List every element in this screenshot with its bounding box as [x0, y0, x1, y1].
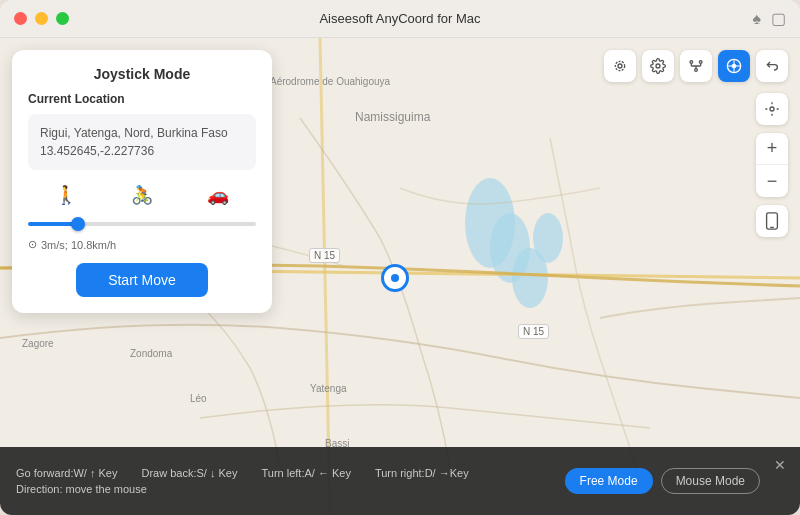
- marker-ring: [381, 264, 409, 292]
- close-bottom-bar-button[interactable]: ✕: [774, 457, 786, 473]
- titlebar: Aiseesoft AnyCoord for Mac ♠ ▢: [0, 0, 800, 38]
- map-label-aerodrome: Aérodrome de Ouahigouya: [270, 76, 390, 87]
- walk-mode-button[interactable]: 🚶: [55, 184, 77, 206]
- zoom-controls: + −: [756, 133, 788, 197]
- location-marker: [381, 264, 409, 292]
- instructions-row-2: Direction: move the mouse: [16, 483, 565, 495]
- settings-toolbar-button[interactable]: [642, 50, 674, 82]
- panel-subtitle: Current Location: [28, 92, 256, 106]
- speed-slider-container: [28, 212, 256, 230]
- pin-toolbar-button[interactable]: [604, 50, 636, 82]
- maximize-button[interactable]: [56, 12, 69, 25]
- joystick-panel: Joystick Mode Current Location Rigui, Ya…: [12, 50, 272, 313]
- direction-instruction: Direction: move the mouse: [16, 483, 147, 495]
- minimize-button[interactable]: [35, 12, 48, 25]
- titlebar-actions: ♠ ▢: [753, 9, 787, 28]
- speed-slider[interactable]: [28, 222, 256, 226]
- keyboard-instructions: Go forward:W/ ↑ Key Draw back:S/ ↓ Key T…: [16, 467, 565, 495]
- location-line1: Rigui, Yatenga, Nord, Burkina Faso: [40, 124, 244, 142]
- map-label-leo: Léo: [190, 393, 207, 404]
- right-key-instruction: Turn right:D/ →Key: [375, 467, 469, 479]
- location-box: Rigui, Yatenga, Nord, Burkina Faso 13.45…: [28, 114, 256, 170]
- app-title: Aiseesoft AnyCoord for Mac: [319, 11, 480, 26]
- map-label-yatenga: Yatenga: [310, 383, 347, 394]
- free-mode-button[interactable]: Free Mode: [565, 468, 653, 494]
- map-toolbar: [604, 50, 788, 82]
- forward-key-instruction: Go forward:W/ ↑ Key: [16, 467, 117, 479]
- route-toolbar-button[interactable]: [680, 50, 712, 82]
- left-key-instruction: Turn left:A/ ← Key: [261, 467, 350, 479]
- svg-point-8: [656, 64, 660, 68]
- road-label-n15-left: N 15: [309, 248, 340, 263]
- joystick-toolbar-button[interactable]: [718, 50, 750, 82]
- mode-buttons: Free Mode Mouse Mode: [565, 468, 760, 494]
- device-sidebar-button[interactable]: [756, 205, 788, 237]
- svg-point-10: [699, 61, 702, 64]
- svg-point-11: [695, 69, 698, 72]
- marker-dot: [391, 274, 399, 282]
- bottom-bar: Go forward:W/ ↑ Key Draw back:S/ ↓ Key T…: [0, 447, 800, 515]
- mouse-mode-button[interactable]: Mouse Mode: [661, 468, 760, 494]
- svg-point-7: [615, 61, 624, 70]
- transport-mode-selector: 🚶 🚴 🚗: [28, 184, 256, 206]
- panel-title: Joystick Mode: [28, 66, 256, 82]
- main-content: Aérodrome de Ouahigouya Namissiguima Zag…: [0, 38, 800, 515]
- car-mode-button[interactable]: 🚗: [207, 184, 229, 206]
- road-label-n15-right: N 15: [518, 324, 549, 339]
- map-label-namissiguima: Namissiguima: [355, 110, 430, 124]
- speed-value: 3m/s; 10.8km/h: [41, 239, 116, 251]
- zoom-in-button[interactable]: +: [756, 133, 788, 165]
- user-icon[interactable]: ♠: [753, 10, 762, 28]
- start-move-button[interactable]: Start Move: [76, 263, 208, 297]
- svg-point-6: [618, 64, 622, 68]
- svg-point-3: [533, 213, 563, 263]
- svg-point-16: [770, 107, 774, 111]
- map-label-zondoma: Zondoma: [130, 348, 172, 359]
- export-toolbar-button[interactable]: [756, 50, 788, 82]
- back-key-instruction: Draw back:S/ ↓ Key: [141, 467, 237, 479]
- zoom-out-button[interactable]: −: [756, 165, 788, 197]
- instructions-row-1: Go forward:W/ ↑ Key Draw back:S/ ↓ Key T…: [16, 467, 565, 479]
- window-controls[interactable]: [14, 12, 69, 25]
- speed-display: ⊙ 3m/s; 10.8km/h: [28, 238, 256, 251]
- screen-icon[interactable]: ▢: [771, 9, 786, 28]
- map-label-zagore: Zagore: [22, 338, 54, 349]
- location-line2: 13.452645,-2.227736: [40, 142, 244, 160]
- bike-mode-button[interactable]: 🚴: [131, 184, 153, 206]
- svg-point-15: [732, 64, 736, 68]
- location-sidebar-button[interactable]: [756, 93, 788, 125]
- speedometer-icon: ⊙: [28, 238, 37, 251]
- svg-point-9: [690, 61, 693, 64]
- close-button[interactable]: [14, 12, 27, 25]
